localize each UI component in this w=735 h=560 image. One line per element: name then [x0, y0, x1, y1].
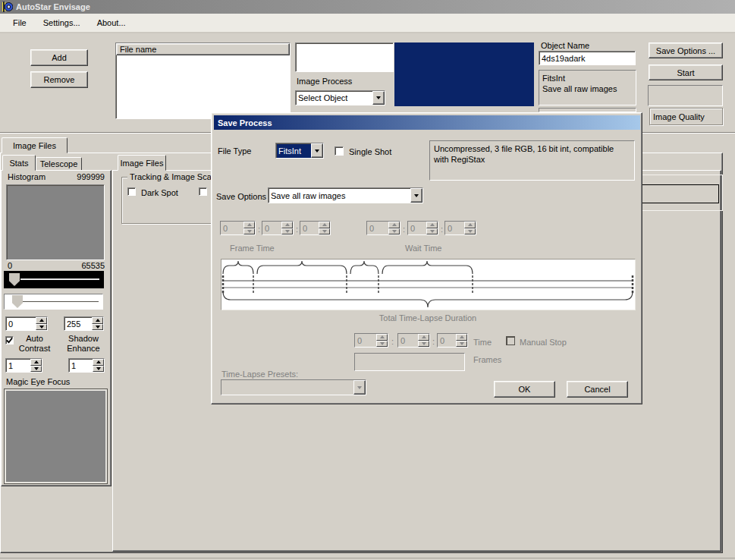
black-level-slider[interactable] [4, 271, 104, 288]
spinner-value: 0 [398, 334, 418, 347]
colon-separator: : [403, 225, 405, 234]
single-shot-checkbox[interactable] [335, 146, 344, 156]
ok-button[interactable]: OK [494, 381, 555, 398]
tab-image-files-outer[interactable]: Image Files [2, 137, 68, 153]
magic-eye-label: Magic Eye Focus [6, 377, 70, 386]
black-level-thumb[interactable] [9, 273, 20, 286]
spin-down-button [319, 228, 330, 235]
black-point-spinner[interactable]: 0 [5, 316, 48, 331]
cancel-button[interactable]: Cancel [567, 381, 628, 398]
arrow-down-icon [422, 342, 426, 345]
save-options-combo[interactable]: Save all raw images [268, 187, 423, 203]
arrow-down-icon [96, 367, 101, 370]
tab-telescope[interactable]: Telescope [36, 157, 82, 171]
arrow-up-icon [392, 223, 397, 226]
spin-down-button[interactable] [92, 324, 103, 331]
spinner-value[interactable]: 255 [64, 317, 92, 330]
tab-stats[interactable]: Stats [2, 155, 36, 171]
dialog-title-bar[interactable]: Save Process [214, 115, 640, 130]
file-type-value: FitsInt [276, 143, 311, 158]
spin-down-button[interactable] [93, 366, 104, 373]
tab-image-files-inner[interactable]: Image Files [118, 155, 166, 171]
histogram-display [6, 184, 105, 260]
menu-about[interactable]: About... [89, 14, 134, 32]
save-options-button[interactable]: Save Options ... [649, 42, 723, 58]
frames-label: Frames [473, 355, 501, 364]
save-process-dialog: Save Process File Type FitsInt Single Sh… [211, 112, 642, 404]
spin-up-button [376, 334, 388, 341]
slider-track[interactable] [23, 301, 99, 302]
colon-separator: : [258, 225, 260, 234]
image-process-combo[interactable]: Select Object [295, 90, 385, 105]
slider-track[interactable] [20, 278, 99, 280]
image-preview-box [295, 42, 394, 72]
auto-contrast-checkbox[interactable] [5, 336, 14, 344]
white-point-spinner[interactable]: 255 [64, 316, 104, 331]
spin-up-button[interactable] [36, 317, 47, 324]
arrow-down-icon [430, 230, 435, 233]
wait-time-hours-spinner: 0 [366, 221, 400, 235]
spinner-value: 0 [445, 222, 464, 234]
spin-up-button [281, 222, 293, 228]
spin-down-button [456, 341, 467, 348]
partial-checkbox[interactable] [199, 187, 207, 196]
remove-button[interactable]: Remove [30, 71, 88, 88]
spinner-value[interactable]: 0 [6, 317, 36, 330]
colon-separator: : [441, 225, 443, 234]
menu-settings[interactable]: Settings... [35, 14, 89, 32]
spin-up-button[interactable] [30, 359, 42, 366]
arrow-down-icon [34, 367, 39, 370]
spinner-value[interactable]: 1 [69, 359, 93, 372]
spin-down-button[interactable] [30, 366, 42, 373]
file-list-header[interactable]: File name [116, 43, 290, 55]
enhance-step-spinner[interactable]: 1 [68, 358, 105, 373]
arrow-up-icon [422, 335, 426, 338]
image-process-dropdown-button[interactable] [372, 91, 385, 105]
spinner-value: 0 [408, 222, 426, 234]
spin-up-button [319, 222, 330, 228]
presets-label: Time-Lapse Presets: [221, 370, 298, 379]
spinner-value: 0 [355, 334, 376, 347]
spinner-value[interactable]: 1 [6, 359, 30, 372]
spin-up-button[interactable] [92, 317, 103, 324]
magic-eye-display [4, 389, 108, 484]
save-options-dropdown-button[interactable] [410, 188, 422, 203]
dark-spot-checkbox[interactable] [127, 187, 136, 196]
spin-down-button[interactable] [36, 324, 47, 331]
summary-save-option: Save all raw images [542, 83, 633, 94]
frame-time-hours-spinner: 0 [220, 221, 256, 235]
contrast-step-spinner[interactable]: 1 [5, 358, 42, 373]
arrow-down-icon [460, 342, 464, 345]
title-bar[interactable]: AutoStar Envisage [0, 0, 735, 14]
frame-time-minutes-spinner: 0 [262, 221, 294, 235]
status-box [648, 85, 723, 106]
start-button[interactable]: Start [649, 64, 723, 80]
presets-combo [221, 379, 366, 395]
object-name-field[interactable]: 4ds19adark [539, 51, 636, 65]
arrow-down-icon [380, 342, 385, 345]
spin-up-button [388, 222, 400, 228]
manual-stop-label: Manual Stop [520, 338, 567, 347]
white-level-slider[interactable] [4, 294, 103, 310]
summary-file-type: FitsInt [542, 73, 633, 83]
dialog-save-options-label: Save Options [216, 192, 266, 201]
white-level-thumb[interactable] [12, 295, 23, 308]
file-type-dropdown-button[interactable] [311, 143, 323, 158]
arrow-up-icon [285, 223, 290, 226]
tracking-group-label: Tracking & Image Scale [127, 172, 220, 181]
object-name-label: Object Name [541, 41, 589, 50]
file-list[interactable]: File name [115, 42, 291, 119]
spinner-value: 0 [221, 222, 243, 234]
dark-spot-label: Dark Spot [141, 188, 178, 197]
menu-file[interactable]: File [5, 14, 35, 32]
arrow-up-icon [34, 360, 39, 363]
add-button[interactable]: Add [30, 49, 88, 66]
arrow-down-icon [392, 230, 397, 233]
file-type-combo[interactable]: FitsInt [275, 143, 324, 159]
presets-value [221, 380, 353, 395]
spin-up-button [456, 334, 467, 341]
save-settings-summary: FitsInt Save all raw images [539, 70, 636, 105]
spin-up-button[interactable] [93, 359, 104, 366]
manual-stop-checkbox [506, 336, 515, 345]
chevron-down-icon [357, 386, 362, 389]
